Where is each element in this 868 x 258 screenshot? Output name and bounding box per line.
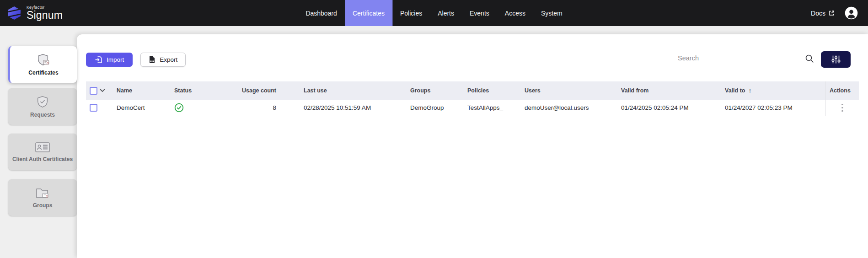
export-csv-icon (149, 56, 155, 64)
column-header-usage-count[interactable]: Usage count (224, 87, 300, 94)
cell-last-use: 02/28/2025 10:51:59 AM (300, 104, 407, 111)
user-avatar[interactable] (845, 6, 858, 20)
shield-check-icon (36, 95, 49, 109)
column-header-status[interactable]: Status (171, 87, 224, 94)
sort-ascending-icon: ↑ (748, 87, 751, 94)
nav-tab-dashboard[interactable]: Dashboard (298, 0, 345, 26)
brand-product: Signum (27, 10, 63, 21)
external-link-icon (829, 10, 835, 16)
cell-valid-to: 01/24/2027 02:05:23 PM (721, 104, 825, 111)
folder-certificate-icon (35, 187, 50, 199)
column-header-groups[interactable]: Groups (407, 87, 464, 94)
row-select-checkbox[interactable] (90, 104, 97, 112)
cell-groups: DemoGroup (407, 104, 464, 111)
nav-right: Docs (811, 0, 868, 26)
main-nav-tabs: Dashboard Certificates Policies Alerts E… (298, 0, 570, 26)
cell-name: DemoCert (113, 104, 171, 111)
cell-valid-from: 01/24/2025 02:05:24 PM (617, 104, 721, 111)
docs-link[interactable]: Docs (811, 10, 835, 17)
valid-to-label: Valid to (725, 87, 745, 94)
sidebar-item-client-auth-certificates[interactable]: Client Auth Certificates (8, 134, 77, 170)
header-select-cell (86, 87, 113, 95)
nav-tab-system[interactable]: System (533, 0, 570, 26)
column-header-users[interactable]: Users (521, 87, 617, 94)
cell-users: demoUser@local.users (521, 104, 617, 111)
sidebar-label-certificates: Certificates (27, 70, 60, 76)
export-button[interactable]: Export (140, 53, 186, 67)
docs-label: Docs (811, 10, 825, 17)
filter-sliders-icon (831, 55, 841, 64)
sidebar-item-requests[interactable]: Requests (8, 88, 77, 125)
cell-actions (825, 100, 859, 116)
column-header-last-use[interactable]: Last use (300, 87, 407, 94)
signum-logo-icon (6, 6, 22, 20)
import-label: Import (107, 56, 124, 63)
toolbar: Import Export (86, 51, 859, 68)
sidebar-label-requests: Requests (28, 112, 57, 118)
sidebar-label-client-auth-certificates: Client Auth Certificates (11, 156, 75, 163)
nav-tab-certificates[interactable]: Certificates (345, 0, 392, 26)
select-menu-chevron-down-icon[interactable] (100, 89, 105, 92)
certificates-panel: Import Export (77, 34, 868, 258)
sidebar-item-certificates[interactable]: Certificates (8, 46, 77, 83)
cell-status (171, 103, 224, 113)
table-row[interactable]: DemoCert 8 02/28/2025 10:51:59 AM DemoGr… (86, 100, 859, 116)
brand-logo[interactable]: Keyfactor Signum (0, 0, 63, 26)
status-valid-icon (174, 103, 184, 113)
column-header-actions: Actions (825, 81, 859, 100)
id-card-icon (35, 141, 50, 153)
nav-tab-access[interactable]: Access (497, 0, 533, 26)
import-button[interactable]: Import (86, 53, 133, 67)
brand-company: Keyfactor (27, 5, 63, 10)
search-input[interactable] (677, 54, 805, 64)
sidebar-label-groups: Groups (31, 203, 54, 209)
export-label: Export (160, 56, 177, 63)
select-all-checkbox[interactable] (90, 87, 97, 95)
column-header-policies[interactable]: Policies (464, 87, 521, 94)
search-field (677, 52, 814, 67)
column-header-valid-to[interactable]: Valid to ↑ (721, 87, 825, 94)
sidebar-item-groups[interactable]: Groups (8, 179, 77, 216)
shield-certificate-icon (37, 53, 50, 67)
import-icon (95, 56, 102, 64)
nav-tab-alerts[interactable]: Alerts (430, 0, 462, 26)
certificates-table: Name Status Usage count Last use Groups … (86, 81, 859, 116)
filter-button[interactable] (821, 51, 851, 68)
column-header-valid-from[interactable]: Valid from (617, 87, 721, 94)
table-header-row: Name Status Usage count Last use Groups … (86, 81, 859, 100)
top-nav: Keyfactor Signum Dashboard Certificates … (0, 0, 868, 26)
nav-tab-policies[interactable]: Policies (392, 0, 430, 26)
nav-tab-events[interactable]: Events (462, 0, 497, 26)
row-select-cell (86, 104, 113, 112)
column-header-name[interactable]: Name (113, 87, 171, 94)
account-icon (845, 6, 858, 20)
cell-policies: TestAllApps_ (464, 104, 521, 111)
cell-usage-count: 8 (224, 104, 300, 111)
search-icon[interactable] (805, 54, 814, 65)
row-actions-kebab-menu[interactable] (838, 102, 847, 114)
